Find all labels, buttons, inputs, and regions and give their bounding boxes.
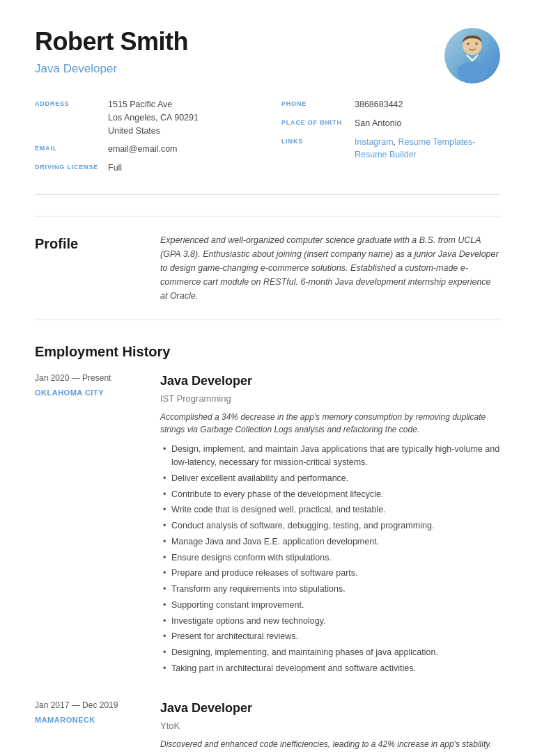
links-label: LINKS — [281, 136, 355, 147]
driving-license-row: DRIVING LICENSE Full — [35, 162, 254, 175]
list-item: Design, implement, and maintain Java app… — [160, 443, 500, 469]
list-item: Conduct analysis of software, debugging,… — [160, 519, 500, 533]
employment-section-title: Employment History — [35, 341, 500, 362]
email-label: EMAIL — [35, 143, 108, 154]
resume-builder-link[interactable]: Resume Builder — [355, 150, 417, 159]
links-row: LINKS Instagram, Resume Templates- Resum… — [281, 136, 500, 162]
phone-value: 3868683442 — [355, 98, 500, 111]
list-item: Present for architectural reviews. — [160, 630, 500, 643]
list-item: Transform any requirements into stipulat… — [160, 583, 500, 596]
list-item: Manage Java and Java E.E. application de… — [160, 535, 500, 549]
contact-col-right: PHONE 3868683442 PLACE OF BIRTH San Anto… — [281, 98, 500, 180]
employment-right-1: Java Developer IST Programming Accomplis… — [160, 372, 500, 678]
driving-license-value: Full — [108, 162, 254, 175]
avatar — [444, 28, 500, 84]
place-of-birth-value: San Antonio — [355, 117, 500, 130]
contact-col-left: ADDRESS 1515 Pacific AveLos Angeles, CA … — [35, 98, 254, 180]
svg-point-3 — [475, 42, 478, 45]
employment-date-2: Jan 2017 — Dec 2019 — [35, 699, 146, 711]
email-value: email@email.com — [108, 143, 254, 156]
address-value: 1515 Pacific AveLos Angeles, CA 90291Uni… — [108, 98, 254, 137]
company-2: YtoK — [160, 719, 500, 733]
place-of-birth-label: PLACE OF BIRTH — [281, 117, 355, 128]
driving-license-label: DRIVING LICENSE — [35, 162, 108, 173]
list-item: Designing, implementing, and maintaining… — [160, 646, 500, 659]
profile-divider — [35, 216, 500, 216]
email-row: EMAIL email@email.com — [35, 143, 254, 156]
list-item: Write code that is designed well, practi… — [160, 503, 500, 517]
list-item: Prepare and produce releases of software… — [160, 567, 500, 580]
resume-templates-link[interactable]: Resume Templates- — [398, 137, 476, 147]
employment-section: Employment History Jan 2020 — Present OK… — [35, 341, 500, 756]
employment-left-1: Jan 2020 — Present OKLAHOMA CITY — [35, 372, 160, 678]
candidate-name: Robert Smith — [35, 28, 500, 56]
svg-point-1 — [457, 62, 488, 80]
profile-section-title: Profile — [35, 233, 160, 254]
phone-label: PHONE — [281, 98, 355, 109]
employment-entry-1: Jan 2020 — Present OKLAHOMA CITY Java De… — [35, 372, 500, 678]
employment-location-1: OKLAHOMA CITY — [35, 387, 146, 399]
address-label: ADDRESS — [35, 98, 108, 109]
list-item: Taking part in architectural development… — [160, 662, 500, 675]
employment-date-1: Jan 2020 — Present — [35, 372, 146, 384]
profile-text: Experienced and well-organized computer … — [160, 233, 500, 303]
phone-row: PHONE 3868683442 — [281, 98, 500, 111]
svg-point-2 — [467, 42, 470, 45]
place-of-birth-row: PLACE OF BIRTH San Antonio — [281, 117, 500, 130]
candidate-title: Java Developer — [35, 60, 500, 78]
profile-bottom-divider — [35, 320, 500, 320]
employment-right-2: Java Developer YtoK Discovered and enhan… — [160, 699, 500, 756]
list-item: Investigate options and new technology. — [160, 615, 500, 628]
list-item: Deliver excellent availability and perfo… — [160, 472, 500, 485]
links-value: Instagram, Resume Templates- Resume Buil… — [355, 136, 500, 162]
job-title-1: Java Developer — [160, 372, 500, 391]
avatar-image — [444, 28, 500, 84]
job-title-2: Java Developer — [160, 699, 500, 718]
bullets-list-1: Design, implement, and maintain Java app… — [160, 443, 500, 675]
list-item: Ensure designs conform with stipulations… — [160, 551, 500, 565]
profile-content-wrapper: Experienced and well-organized computer … — [160, 233, 500, 303]
employment-location-2: MAMARONECK — [35, 714, 146, 726]
employment-entry-2: Jan 2017 — Dec 2019 MAMARONECK Java Deve… — [35, 699, 500, 756]
company-1: IST Programming — [160, 392, 500, 406]
employment-left-2: Jan 2017 — Dec 2019 MAMARONECK — [35, 699, 160, 756]
address-row: ADDRESS 1515 Pacific AveLos Angeles, CA … — [35, 98, 254, 137]
summary-2: Discovered and enhanced code inefficienc… — [160, 738, 500, 750]
contact-section: ADDRESS 1515 Pacific AveLos Angeles, CA … — [35, 98, 500, 195]
summary-1: Accomplished a 34% decrease in the app's… — [160, 411, 500, 436]
header-section: Robert Smith Java Developer — [35, 28, 500, 77]
header-left: Robert Smith Java Developer — [35, 28, 500, 77]
list-item: Contribute to every phase of the develop… — [160, 488, 500, 501]
profile-section: Profile Experienced and well-organized c… — [35, 216, 500, 320]
instagram-link[interactable]: Instagram — [355, 137, 394, 147]
list-item: Supporting constant improvement. — [160, 599, 500, 612]
